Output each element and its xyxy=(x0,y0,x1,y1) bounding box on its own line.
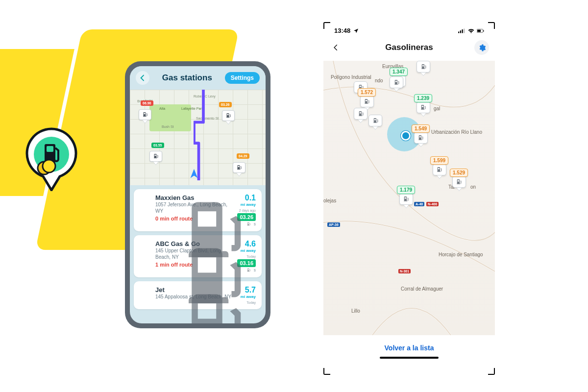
svg-rect-5 xyxy=(458,31,459,33)
frame-corner xyxy=(488,22,495,29)
price-tag: 1.599 xyxy=(430,156,448,165)
cellular-icon xyxy=(458,28,466,34)
highway-shield: N-400 xyxy=(426,202,439,206)
town-label: on xyxy=(470,184,476,190)
station-list[interactable]: Maxxien Gas1057 Jeferson Ave., Long Beac… xyxy=(130,185,266,323)
price-tag: 1.572 xyxy=(358,88,376,97)
town-label: Corral de Almaguer xyxy=(401,286,443,292)
town-label: Lillo xyxy=(351,308,360,314)
price-tag: 1.549 xyxy=(412,124,430,133)
gas-pump-icon xyxy=(399,193,413,205)
station-card[interactable]: Maxxien Gas1057 Jeferson Ave., Long Beac… xyxy=(134,189,262,231)
price-tag: 1.179 xyxy=(397,186,415,194)
town-label: gal xyxy=(434,106,440,111)
back-button[interactable] xyxy=(136,71,149,85)
price-tag: 03.26 xyxy=(219,102,232,107)
gas-pump-icon xyxy=(140,196,150,207)
frame-corner xyxy=(323,368,330,375)
user-heading-icon xyxy=(189,168,199,179)
map-view[interactable]: Broadway Robert C Levy Bush St Sacrament… xyxy=(130,90,266,185)
price-tag: 1.347 xyxy=(390,68,408,76)
highway-shield: A-40 xyxy=(414,202,424,206)
back-button[interactable] xyxy=(329,39,342,56)
town-label: Urbanización Río Llano xyxy=(431,129,482,135)
page-title: Gasolineras xyxy=(323,43,495,52)
gear-icon xyxy=(478,44,486,52)
gas-pump-icon xyxy=(452,176,466,188)
station-pin[interactable] xyxy=(222,110,235,125)
promo-panel: Gas stations Settings Broadway Robert C … xyxy=(0,0,294,392)
street-label: Bush St xyxy=(162,125,174,128)
park-label: Alta xyxy=(159,107,165,110)
price-tag: 04.29 xyxy=(237,153,249,159)
price-tag: 1.239 xyxy=(414,94,432,102)
route-line xyxy=(194,90,213,180)
settings-button[interactable] xyxy=(474,40,489,55)
gas-pump-icon xyxy=(140,242,150,253)
frame-corner xyxy=(488,368,495,375)
town-label: olejas xyxy=(323,198,336,203)
station-pin[interactable]: 1.572 xyxy=(358,88,376,110)
svg-rect-11 xyxy=(483,30,484,31)
gas-pump-icon xyxy=(414,132,428,144)
station-pin[interactable] xyxy=(354,108,368,122)
gas-pump-icon xyxy=(354,108,368,120)
gas-pump-icon xyxy=(368,115,382,126)
town-label: ndo xyxy=(375,78,383,83)
location-arrow-icon xyxy=(352,28,360,34)
price-tag: 1.529 xyxy=(450,169,468,177)
station-pin[interactable] xyxy=(368,115,382,129)
gas-pump-icon xyxy=(360,96,374,107)
battery-icon xyxy=(477,28,484,34)
station-pin[interactable]: 1.179 xyxy=(397,186,415,208)
status-bar: 13:48 xyxy=(323,22,495,36)
highway-shield: N-301 xyxy=(398,269,411,273)
app-header: Gas stations Settings xyxy=(130,66,266,90)
price-tag: 06.90 xyxy=(141,100,153,106)
gas-pump-pin-icon xyxy=(24,127,78,191)
phone-mockup: Gas stations Settings Broadway Robert C … xyxy=(125,61,270,328)
station-pin[interactable]: 1.529 xyxy=(450,169,468,191)
town-label: Horcajo de Santiago xyxy=(439,252,483,257)
gas-pump-icon xyxy=(416,61,430,73)
station-pin[interactable] xyxy=(139,109,151,124)
gas-pump-icon xyxy=(390,76,403,88)
settings-button[interactable]: Settings xyxy=(225,72,260,84)
gas-pump-icon xyxy=(416,101,430,113)
page-title: Gas stations xyxy=(149,73,225,83)
map-view[interactable]: EurovillasPolígono IndustrialUrbanizació… xyxy=(323,61,495,335)
frame-corner xyxy=(323,22,330,29)
station-pin[interactable]: 1.239 xyxy=(414,94,432,116)
svg-rect-2 xyxy=(47,146,53,152)
wifi-icon xyxy=(467,28,475,34)
svg-rect-7 xyxy=(462,29,463,33)
station-pin[interactable] xyxy=(416,61,430,75)
town-label: Polígono Industrial xyxy=(331,74,371,80)
back-to-list-link[interactable]: Volver a la lista xyxy=(323,344,495,352)
station-pin[interactable] xyxy=(149,151,162,166)
svg-rect-10 xyxy=(477,29,481,32)
price-tag: 03.55 xyxy=(151,143,164,148)
screen-header: Gasolineras xyxy=(323,36,495,61)
gas-pump-icon xyxy=(433,164,446,175)
station-pin[interactable]: 1.599 xyxy=(430,156,448,178)
station-pin[interactable] xyxy=(233,162,245,177)
screen-footer: Volver a la lista xyxy=(323,335,495,364)
svg-rect-6 xyxy=(460,30,461,33)
gas-pump-icon xyxy=(140,288,150,299)
clock: 13:48 xyxy=(334,27,350,34)
highway-shield: AP-36 xyxy=(327,222,340,227)
station-pin[interactable] xyxy=(390,76,403,91)
station-pin[interactable]: 1.549 xyxy=(412,124,430,147)
svg-rect-8 xyxy=(464,28,465,33)
svg-point-4 xyxy=(43,160,55,172)
home-indicator[interactable] xyxy=(380,357,439,359)
phone-screenshot: 13:48 Gasolineras EurovillasPolígono xyxy=(323,22,495,375)
